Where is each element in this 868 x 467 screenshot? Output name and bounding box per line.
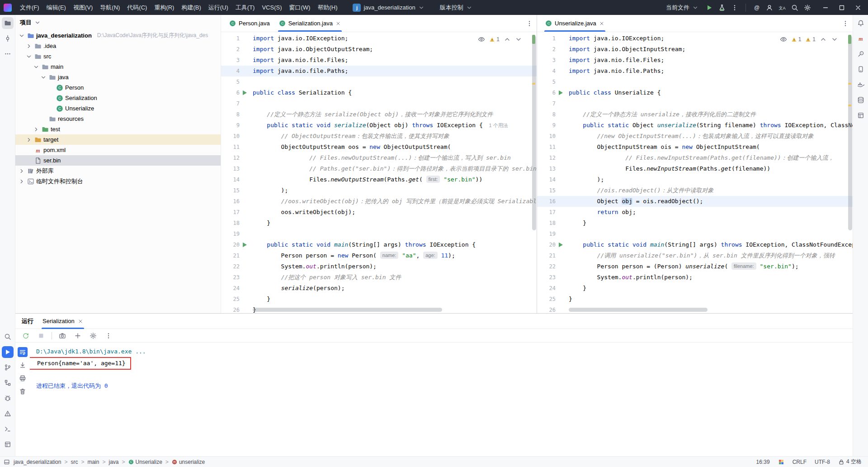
error-stripe-mark[interactable] (532, 35, 535, 44)
code-line[interactable]: 17 oos.writeObject(obj); (221, 207, 537, 218)
tree-item[interactable]: src (15, 51, 221, 62)
chevron-right-icon[interactable] (18, 178, 25, 185)
project-toolwindow[interactable] (2, 17, 14, 29)
menu-item[interactable]: 帮助(H) (314, 0, 341, 15)
code-line[interactable]: 10 // ObjectOutputStream：包装文件输出流，使其支持写对象 (221, 131, 537, 142)
code-line[interactable]: 3import java.nio.file.Files; (221, 55, 537, 66)
run-line-icon[interactable] (241, 241, 248, 248)
menu-item[interactable]: 文件(F) (16, 0, 43, 15)
database-toolwindow[interactable] (855, 94, 867, 106)
vertical-scrollbar[interactable] (532, 36, 536, 230)
chevron-down-icon[interactable] (40, 74, 47, 81)
search-everywhere-icon[interactable] (788, 1, 801, 14)
chevron-right-icon[interactable] (25, 43, 33, 49)
maven-toolwindow[interactable]: m (855, 33, 867, 44)
next-problem-icon[interactable] (515, 36, 522, 43)
menu-item[interactable]: 编辑(E) (43, 0, 70, 15)
tree-item[interactable]: CUnserialize (15, 103, 221, 114)
highlighting-eye-icon[interactable] (478, 36, 485, 43)
dependencies-toolwindow[interactable] (855, 110, 867, 121)
run-line-icon[interactable] (557, 89, 564, 96)
menu-item[interactable]: 视图(V) (70, 0, 96, 15)
search-toolwindow[interactable] (2, 331, 14, 343)
minimize-button[interactable] (817, 0, 834, 15)
commit-toolwindow[interactable] (2, 33, 14, 44)
tree-item[interactable]: mpom.xml (15, 145, 221, 155)
chevron-down-icon[interactable] (18, 33, 25, 39)
more-options-button[interactable] (104, 331, 113, 341)
chevron-down-icon[interactable] (25, 53, 33, 60)
add-configuration-button[interactable] (73, 331, 83, 341)
menu-item[interactable]: 构建(B) (178, 0, 204, 15)
run-tab[interactable]: Serialization (42, 314, 84, 329)
problems-toolwindow[interactable] (2, 408, 14, 419)
translate-icon[interactable]: 文A (776, 1, 788, 14)
breadcrumb-item[interactable]: munserialize (171, 459, 206, 465)
run-toolwindow[interactable] (2, 346, 14, 358)
warning-badge[interactable]: 1 (805, 36, 816, 43)
menu-item[interactable]: 窗口(W) (286, 0, 314, 15)
code-line[interactable]: 7 (221, 98, 537, 109)
code-line[interactable]: 22 System.out.println(person); (221, 261, 537, 272)
code-line[interactable]: 11 ObjectInputStream ois = new ObjectInp… (537, 142, 853, 152)
code-line[interactable]: 10 //new ObjectInputStream(...)：包装成对象输入流… (537, 131, 853, 142)
close-icon[interactable] (335, 21, 341, 26)
code-line[interactable]: 12 // Files.newInputStream(Paths.get(fil… (537, 152, 853, 163)
chevron-right-icon[interactable] (18, 168, 25, 174)
code-line[interactable]: 16 //oos.writeObject(obj)：把传入的 obj 写到文件里… (221, 196, 537, 207)
menu-item[interactable]: VCS(S) (258, 0, 285, 15)
error-stripe-mark[interactable] (848, 35, 851, 44)
git-toolwindow[interactable] (2, 362, 14, 373)
code-area[interactable]: 1import java.io.IOException;2import java… (221, 32, 537, 313)
ide-updates[interactable] (778, 459, 784, 465)
tree-item[interactable]: 外部库 (15, 166, 221, 176)
code-line[interactable]: 14 Files.newOutputStream(Paths.get( firs… (221, 174, 537, 185)
code-line[interactable]: 19 (221, 229, 537, 239)
next-problem-icon[interactable] (831, 36, 838, 43)
code-line[interactable]: 9 public static void serialize(Object ob… (221, 120, 537, 131)
code-line[interactable]: 20 public static void main(String[] args… (537, 239, 853, 250)
code-line[interactable]: 16 Object obj = ois.readObject(); (537, 196, 853, 207)
menu-item[interactable]: 重构(R) (151, 0, 178, 15)
tree-item[interactable]: target (15, 134, 221, 145)
layout-icon[interactable] (4, 459, 10, 465)
indent-style[interactable]: 4 空格 (838, 458, 862, 466)
chevron-right-icon[interactable] (25, 137, 33, 143)
tree-item[interactable]: main (15, 62, 221, 72)
run-config-selector[interactable]: 当前文件 (662, 2, 702, 13)
screenshot-button[interactable] (57, 331, 67, 341)
code-line[interactable]: 19 (537, 229, 853, 239)
clear-console-button[interactable] (18, 386, 28, 396)
code-line[interactable]: 22 Person person = (Person) unserialize(… (537, 261, 853, 272)
run-icon[interactable] (703, 1, 716, 14)
docker-toolwindow[interactable] (855, 79, 867, 91)
run-line-icon[interactable] (557, 241, 564, 248)
horizontal-scrollbar[interactable] (569, 308, 708, 312)
prev-problem-icon[interactable] (820, 36, 827, 43)
editor-tab[interactable]: CSerialization.java (274, 15, 345, 32)
tree-item[interactable]: test (15, 124, 221, 134)
vertical-scrollbar[interactable] (848, 36, 852, 230)
editor-tab[interactable]: CUnserialize.java (541, 15, 609, 32)
warning-badge[interactable]: 1 (489, 36, 500, 43)
code-line[interactable]: 4import java.nio.file.Paths; (221, 66, 537, 76)
code-line[interactable]: 23 //把这个 person 对象写入 ser.bin 文件 (221, 272, 537, 283)
code-line[interactable]: 8 //定义一个静态方法 serialize(Object obj)，接收一个对… (221, 109, 537, 120)
code-line[interactable]: 7 (537, 98, 853, 109)
menu-item[interactable]: 导航(N) (96, 0, 123, 15)
code-line[interactable]: 18 } (537, 218, 853, 229)
breadcrumb-item[interactable]: src (70, 459, 79, 465)
profiler-icon[interactable] (716, 1, 728, 14)
code-line[interactable]: 23 System.out.println(person); (537, 272, 853, 283)
notifications[interactable] (855, 17, 867, 29)
structure-toolwindow[interactable] (2, 377, 14, 389)
code-line[interactable]: 12 // Files.newOutputStream(...)：创建一个输出流… (221, 152, 537, 163)
code-line[interactable]: 25} (537, 294, 853, 305)
code-line[interactable]: 18 } (221, 218, 537, 229)
breadcrumb-item[interactable]: CUnserialize (127, 459, 163, 465)
console-settings-button[interactable] (88, 331, 98, 341)
tree-item[interactable]: CSerialization (15, 93, 221, 103)
close-icon[interactable] (78, 319, 83, 324)
rerun-button[interactable] (21, 331, 31, 341)
code-line[interactable]: 21 Person person = new Person( name: "aa… (221, 250, 537, 261)
